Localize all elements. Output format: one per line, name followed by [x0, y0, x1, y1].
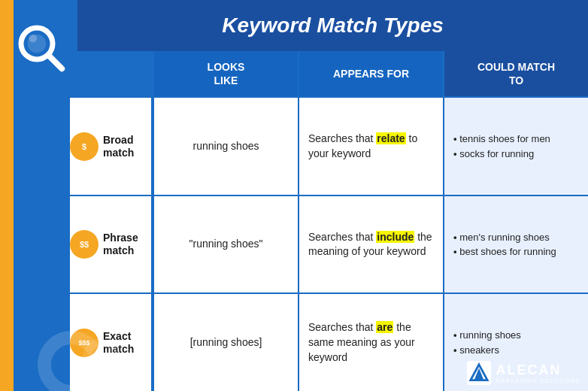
row-label-phrase: $$ Phrase match: [70, 196, 153, 293]
row-broad-match: $ Broad match running shoes Searches tha…: [70, 98, 588, 196]
bullet-list-exact: running shoes sneakers: [453, 328, 521, 357]
cell-broad-could-match: tennis shoes for men socks for running: [443, 98, 588, 195]
row-label-broad: $ Broad match: [70, 98, 153, 195]
cell-broad-appears-for: Searches that relate to your keyword: [298, 98, 443, 195]
cell-phrase-looks-like: "running shoes": [153, 196, 298, 293]
label-phrase: Phrase match: [103, 232, 138, 257]
column-headers-row: LOOKS LIKE APPEARS FOR COULD MATCH TO: [70, 51, 588, 98]
bullet-exact-1: running shoes: [453, 328, 521, 343]
highlight-are: are: [376, 321, 393, 333]
row-phrase-match: $$ Phrase match "running shoes" Searches…: [70, 196, 588, 295]
highlight-include: include: [376, 231, 414, 243]
bullet-phrase-1: men's running shoes: [453, 230, 556, 245]
svg-point-2: [29, 35, 37, 43]
page-title: Keyword Match Types: [222, 14, 444, 38]
alecan-logo-icon: [467, 361, 491, 385]
logo-sub: MARKETING SOLUTIONS: [496, 378, 580, 383]
cell-exact-looks-like: [running shoes]: [153, 294, 298, 391]
bullet-phrase-2: best shoes for running: [453, 244, 556, 259]
badge-broad: $: [70, 132, 99, 161]
header: Keyword Match Types: [70, 0, 588, 51]
cell-phrase-could-match: men's running shoes best shoes for runni…: [443, 196, 588, 293]
col-header-could-match: COULD MATCH TO: [443, 51, 588, 96]
bullet-broad-2: socks for running: [453, 147, 550, 162]
cell-exact-appears-for: Searches that are the same meaning as yo…: [298, 294, 443, 391]
col-header-appears-for: APPEARS FOR: [298, 51, 443, 96]
logo-name: ALECAN: [496, 362, 580, 378]
svg-line-3: [48, 56, 62, 69]
bullet-list-broad: tennis shoes for men socks for running: [453, 132, 550, 161]
logo-text: ALECAN MARKETING SOLUTIONS: [496, 362, 580, 383]
cell-phrase-appears-for: Searches that include the meaning of you…: [298, 196, 443, 293]
label-broad: Broad match: [103, 134, 134, 159]
table-wrapper: LOOKS LIKE APPEARS FOR COULD MATCH TO $: [70, 51, 588, 391]
badge-phrase: $$: [70, 230, 99, 259]
col-header-looks-like: LOOKS LIKE: [153, 51, 298, 96]
data-rows: $ Broad match running shoes Searches tha…: [70, 98, 588, 391]
left-orange-strip: [0, 0, 14, 391]
bullet-list-phrase: men's running shoes best shoes for runni…: [453, 230, 556, 259]
deco-circle-small: [83, 338, 120, 376]
col-spacer: [70, 51, 153, 96]
logo-area: ALECAN MARKETING SOLUTIONS: [467, 361, 580, 385]
magnifier-icon: [16, 23, 68, 75]
main-container: Keyword Match Types LOOKS LIKE APPEARS F…: [0, 0, 588, 391]
cell-broad-looks-like: running shoes: [153, 98, 298, 195]
highlight-relate: relate: [376, 132, 405, 144]
main-content-area: Keyword Match Types LOOKS LIKE APPEARS F…: [70, 0, 588, 391]
title-box: Keyword Match Types: [77, 0, 588, 51]
bullet-exact-2: sneakers: [453, 343, 521, 358]
bullet-broad-1: tennis shoes for men: [453, 132, 550, 147]
